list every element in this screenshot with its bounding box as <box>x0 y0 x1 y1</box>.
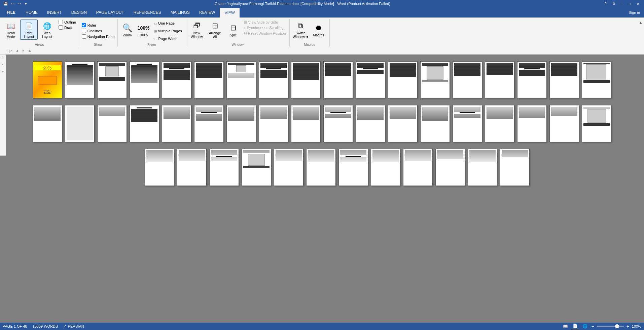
split-button[interactable]: ⊟ Split <box>224 20 242 40</box>
page-thumbnail-18 <box>582 61 611 98</box>
zoom-thumb <box>615 324 619 328</box>
tab-view[interactable]: VIEW <box>220 7 240 18</box>
word-count: 10659 WORDS <box>33 324 58 328</box>
ruler-bar: ↕ | 6 4 2 ⊕ <box>0 48 644 55</box>
page-thumbnail-29 <box>356 105 385 142</box>
document-area[interactable]: 2 4 6 جغرافیایی فرهنگیتاریخی اصفهان مرجع… <box>0 55 644 323</box>
page-thumbnail-48 <box>500 149 530 186</box>
page-thumbnail-13 <box>420 61 450 98</box>
print-layout-view-btn[interactable]: 📄 <box>572 323 579 329</box>
status-bar: PAGE 1 OF 48 10659 WORDS ✓ PERSIAN 📖 📄 🌐… <box>0 323 644 330</box>
page-thumbnail-33 <box>485 105 514 142</box>
help-button[interactable]: ? <box>602 1 609 6</box>
page-thumbnail-35 <box>549 105 579 142</box>
print-layout-button[interactable]: 📄 PrintLayout <box>20 20 38 40</box>
tab-review[interactable]: REVIEW <box>194 7 220 18</box>
web-layout-button[interactable]: 🌐 WebLayout <box>38 20 56 40</box>
page-thumbnail-25 <box>226 105 256 142</box>
print-layout-label: PrintLayout <box>24 31 34 39</box>
close-button[interactable]: ✕ <box>635 1 641 6</box>
gridlines-checkbox-label[interactable]: Gridlines <box>81 28 103 33</box>
page-width-icon: ↔ <box>154 37 157 41</box>
ribbon-content: 📖 ReadMode 📄 PrintLayout 🌐 WebLayout Out… <box>0 18 644 48</box>
web-layout-view-btn[interactable]: 🌐 <box>581 324 588 329</box>
maximize-button[interactable]: □ <box>627 1 633 6</box>
multiple-pages-button[interactable]: ⊞ Multiple Pages <box>152 27 184 35</box>
page-thumbnail-17 <box>549 61 579 98</box>
page-thumbnail-26 <box>259 105 288 142</box>
page-thumbnail-40 <box>242 149 271 186</box>
restore-button[interactable]: ⧉ <box>610 1 617 6</box>
spelling-icon: ✓ <box>63 324 66 329</box>
outline-checkbox[interactable] <box>59 20 63 24</box>
tab-insert[interactable]: INSERT <box>42 7 67 18</box>
ruler-label: Ruler <box>87 23 96 27</box>
gridlines-checkbox[interactable] <box>82 29 86 33</box>
new-window-icon: 🗗 <box>191 21 202 31</box>
reset-window-position-label: Reset Window Position <box>248 31 286 35</box>
reset-window-position-button[interactable]: ⊡ Reset Window Position <box>243 31 287 36</box>
arrange-all-button[interactable]: ⊟ ArrangeAll <box>206 20 224 40</box>
page-thumbnail-1: جغرافیایی فرهنگیتاریخی اصفهان مرجع بالیس… <box>33 61 62 98</box>
tab-design[interactable]: DESIGN <box>67 7 92 18</box>
tab-file[interactable]: FILE <box>1 7 21 18</box>
views-group-label: Views <box>2 42 77 46</box>
zoom-plus-btn[interactable]: + <box>627 324 629 329</box>
outline-checkbox-label[interactable]: Outline <box>58 20 77 25</box>
view-side-by-side-button[interactable]: ▥ View Side by Side <box>243 20 287 25</box>
read-mode-button[interactable]: 📖 ReadMode <box>2 20 20 40</box>
page-width-button[interactable]: ↔ Page Width <box>152 35 184 42</box>
tab-references[interactable]: REFERENCES <box>129 7 166 18</box>
page-image-18 <box>586 64 606 79</box>
cover-title: جغرافیایی فرهنگیتاریخی اصفهان <box>34 65 61 70</box>
page-image-3 <box>105 66 119 76</box>
zoom-minus-btn[interactable]: − <box>591 324 594 329</box>
page-thumbnail-27 <box>291 105 321 142</box>
page-thumbnail-8 <box>259 61 288 98</box>
views-checkboxes: Outline Draft <box>58 20 77 30</box>
tab-mailings[interactable]: MAILINGS <box>166 7 194 18</box>
sign-in-link[interactable]: Sign in <box>624 10 644 14</box>
qat-customize-button[interactable]: ▾ <box>23 1 29 7</box>
ribbon-group-macros: ⧉ SwitchWindows▾ ⏺ Macros Macros <box>290 19 330 46</box>
synchronous-scrolling-button[interactable]: ↕ Synchronous Scrolling <box>243 25 287 30</box>
qat-undo-button[interactable]: ↩ <box>9 1 15 7</box>
ruler-checkbox-label[interactable]: Ruler <box>81 23 97 28</box>
tab-home[interactable]: HOME <box>21 7 42 18</box>
arrange-all-icon: ⊟ <box>210 21 220 31</box>
new-window-button[interactable]: 🗗 NewWindow <box>188 20 206 40</box>
page-image-7 <box>236 65 246 72</box>
vertical-ruler: 2 4 6 <box>0 55 6 156</box>
zoom-100-button[interactable]: 100% 100% <box>136 20 151 40</box>
language-text: PERSIAN <box>68 324 84 328</box>
qat-save-button[interactable]: 💾 <box>3 1 9 7</box>
page-thumbnail-22 <box>130 105 159 142</box>
title-bar: 💾 ↩ ↪ ▾ Ozaee-Joghrafiyaee-Farhangi-Tari… <box>0 0 644 7</box>
ruler-checkbox[interactable] <box>82 23 86 27</box>
draft-checkbox[interactable] <box>59 25 63 30</box>
collapse-ribbon-button[interactable]: ▲ <box>639 20 643 25</box>
draft-checkbox-label[interactable]: Draft <box>58 25 77 30</box>
macros-group-content: ⧉ SwitchWindows▾ ⏺ Macros <box>292 19 327 42</box>
ruler-indicator: ↕ <box>6 50 8 53</box>
view-side-by-side-label: View Side by Side <box>248 20 278 24</box>
zoom-button[interactable]: 🔍 Zoom <box>120 20 135 40</box>
ruler-marks: | 6 4 2 ⊕ <box>9 50 31 53</box>
text-lines-3 <box>99 63 125 66</box>
page-content-3 <box>98 62 127 98</box>
read-mode-view-btn[interactable]: 📖 <box>562 324 569 329</box>
macros-button[interactable]: ⏺ Macros <box>310 20 327 40</box>
zoom-slider[interactable] <box>597 326 624 327</box>
qat-redo-button[interactable]: ↪ <box>16 1 22 7</box>
one-page-button[interactable]: ▭ One Page <box>152 20 184 27</box>
page-thumbnail-34 <box>517 105 547 142</box>
ribbon-group-show: Ruler Gridlines Navigation Pane Show <box>79 19 118 46</box>
navigation-pane-checkbox[interactable] <box>82 34 86 39</box>
tab-page-layout[interactable]: PAGE LAYOUT <box>92 7 129 18</box>
quick-access-toolbar: 💾 ↩ ↪ ▾ <box>3 1 29 7</box>
switch-windows-button[interactable]: ⧉ SwitchWindows▾ <box>292 20 309 40</box>
nav-pane-checkbox-label[interactable]: Navigation Pane <box>81 34 115 39</box>
minimize-button[interactable]: ─ <box>618 1 625 6</box>
page-thumbnail-10 <box>323 61 353 98</box>
cover-text: مرجع بالیسودکمترین قیمت بازار09891366518 <box>44 90 51 94</box>
